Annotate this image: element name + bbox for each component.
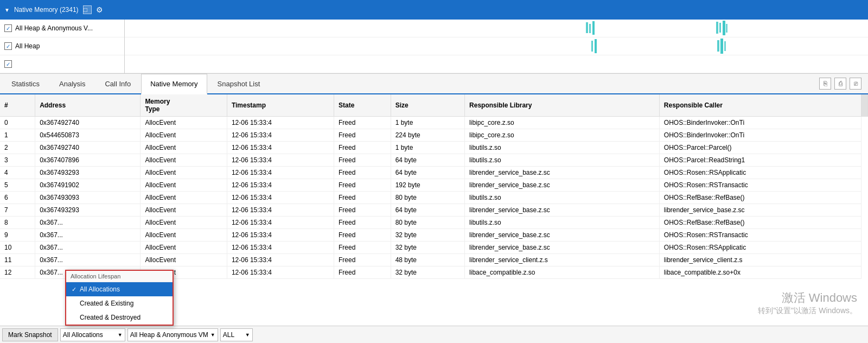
table-cell: 6 [0, 192, 35, 204]
table-row[interactable]: 20x367492740AllocEvent12-06 15:33:4Freed… [0, 142, 868, 154]
svg-rect-9 [717, 40, 719, 52]
export-icon[interactable]: ⎘ [819, 78, 831, 90]
dropdown-item-created-existing[interactable]: ✓ Created & Existing [66, 296, 173, 310]
mark-snapshot-button[interactable]: Mark Snapshot [2, 328, 58, 341]
check-icon: ✓ [72, 286, 76, 293]
table-cell: OHOS::Rosen::RSApplicatic [659, 167, 861, 179]
table-cell: Freed [334, 142, 391, 154]
dropdown-item-created-destroyed[interactable]: ✓ Created & Destroyed [66, 310, 173, 325]
allocation-filter-select[interactable]: All Allocations ▼ [60, 328, 125, 341]
gear-icon[interactable]: ⚙ [96, 5, 103, 14]
table-cell: Freed [334, 154, 391, 167]
heap-filter-select[interactable]: All Heap & Anonymous VM ▼ [127, 328, 218, 341]
table-cell: 12-06 15:33:4 [227, 254, 334, 266]
table-cell: 1 [0, 129, 35, 142]
chart-labels: ✓ All Heap & Anonymous V... ✓ All Heap ✓ [0, 20, 125, 73]
heap-filter-label: All Heap & Anonymous VM [130, 331, 208, 339]
tab-action-icons: ⎘ ⎙ ⎚ [819, 78, 866, 90]
table-cell: OHOS::Rosen::RSTransactic [659, 179, 861, 192]
tab-analysis[interactable]: Analysis [50, 73, 94, 94]
table-cell: OHOS::Parcel::ReadString1 [659, 154, 861, 167]
table-cell: 1 byte [391, 117, 464, 129]
col-header-caller: Responsible Caller [659, 94, 861, 117]
table-cell: Freed [334, 242, 391, 254]
bottom-bar: Mark Snapshot All Allocations ▼ All Heap… [0, 326, 868, 343]
chart-label-row-1[interactable]: ✓ All Heap & Anonymous V... [0, 20, 124, 37]
table-row[interactable]: 40x367493293AllocEvent12-06 15:33:4Freed… [0, 167, 868, 179]
svg-rect-6 [726, 24, 727, 33]
table-cell: OHOS::BinderInvoker::OnTi [659, 129, 861, 142]
table-cell: OHOS::RefBase::RefBase() [659, 217, 861, 229]
chevron-down-icon: ▼ [4, 7, 10, 13]
table-row[interactable]: 30x367407896AllocEvent12-06 15:33:4Freed… [0, 154, 868, 167]
table-cell: 0x367492740 [35, 117, 141, 129]
table-cell: 7 [0, 204, 35, 217]
dropdown-header: Allocation Lifespan [66, 271, 173, 282]
table-cell: libace_compatible.z.so+0x [659, 266, 861, 279]
chart-row-2 [125, 37, 868, 55]
table-row[interactable]: 60x367493093AllocEvent12-06 15:33:4Freed… [0, 192, 868, 204]
table-cell: Freed [334, 266, 391, 279]
table-cell: 80 byte [391, 192, 464, 204]
table-cell: AllocEvent [141, 254, 227, 266]
table-cell: 12-06 15:33:4 [227, 129, 334, 142]
table-cell: 0x367407896 [35, 154, 141, 167]
table-row[interactable]: 90x367...AllocEvent12-06 15:33:4Freed32 … [0, 229, 868, 242]
tab-callinfo[interactable]: Call Info [95, 73, 140, 94]
table-cell: 12 [0, 266, 35, 279]
copy-icon[interactable]: ⎙ [834, 78, 846, 90]
table-cell: 192 byte [391, 179, 464, 192]
table-cell: 0x367491902 [35, 179, 141, 192]
all-filter-select[interactable]: ALL ▼ [220, 328, 253, 341]
record-icon[interactable]: □ [83, 5, 92, 14]
title-bar: ▼ Native Memory (2341) □ ⚙ [0, 0, 868, 20]
table-row[interactable]: 50x367491902AllocEvent12-06 15:33:4Freed… [0, 179, 868, 192]
table-cell: 12-06 15:33:4 [227, 154, 334, 167]
svg-rect-11 [724, 41, 726, 51]
table-cell: 3 [0, 154, 35, 167]
table-cell: 12-06 15:33:4 [227, 217, 334, 229]
table-row[interactable]: 00x367492740AllocEvent12-06 15:33:4Freed… [0, 117, 868, 129]
tab-bar: Statistics Analysis Call Info Native Mem… [0, 74, 868, 94]
table-row[interactable]: 10x544650873AllocEvent12-06 15:33:4Freed… [0, 129, 868, 142]
col-header-address: Address [35, 94, 141, 117]
table-cell: librender_service_base.z.sc [465, 242, 660, 254]
dropdown-item-all-allocations[interactable]: ✓ All Allocations [66, 282, 173, 296]
table-row[interactable]: 80x367...AllocEvent12-06 15:33:4Freed80 … [0, 217, 868, 229]
chart-row-3 [125, 55, 868, 73]
checkbox-all-heap-anon[interactable]: ✓ [4, 24, 12, 32]
table-cell: librender_service_base.z.sc [465, 167, 660, 179]
memory-table: # Address MemoryType Timestamp State Siz… [0, 94, 868, 279]
table-cell: 64 byte [391, 154, 464, 167]
table-header-row: # Address MemoryType Timestamp State Siz… [0, 94, 868, 117]
table-row[interactable]: 70x367493293AllocEvent12-06 15:33:4Freed… [0, 204, 868, 217]
table-cell: 0x367492740 [35, 142, 141, 154]
tab-statistics[interactable]: Statistics [2, 73, 49, 94]
table-cell: 0x367... [35, 242, 141, 254]
table-cell: OHOS::Parcel::Parcel() [659, 142, 861, 154]
table-cell: libace_compatible.z.so [465, 266, 660, 279]
table-cell: 0x367... [35, 229, 141, 242]
table-row[interactable]: 110x367...AllocEvent12-06 15:33:4Freed48… [0, 254, 868, 266]
table-cell: 48 byte [391, 254, 464, 266]
chart-label-row-2[interactable]: ✓ All Heap [0, 37, 124, 55]
table-cell: librender_service_base.z.sc [465, 204, 660, 217]
all-filter-label: ALL [223, 331, 234, 339]
table-cell: 32 byte [391, 242, 464, 254]
tab-nativememory[interactable]: Native Memory [141, 74, 207, 94]
tab-snapshotlist[interactable]: Snapshot List [208, 73, 270, 94]
table-cell: Freed [334, 229, 391, 242]
screenshot-icon[interactable]: ⎚ [850, 78, 861, 90]
chevron-down-icon-2: ▼ [210, 332, 215, 338]
table-row[interactable]: 100x367...AllocEvent12-06 15:33:4Freed32… [0, 242, 868, 254]
table-cell: 64 byte [391, 204, 464, 217]
svg-rect-2 [592, 21, 595, 35]
table-cell: 12-06 15:33:4 [227, 117, 334, 129]
checkbox-row3[interactable]: ✓ [4, 60, 12, 68]
table-cell: libipc_core.z.so [465, 129, 660, 142]
checkbox-all-heap[interactable]: ✓ [4, 42, 12, 50]
svg-rect-1 [589, 24, 591, 33]
svg-rect-7 [591, 41, 593, 52]
table-cell: Freed [334, 217, 391, 229]
table-cell: AllocEvent [141, 204, 227, 217]
